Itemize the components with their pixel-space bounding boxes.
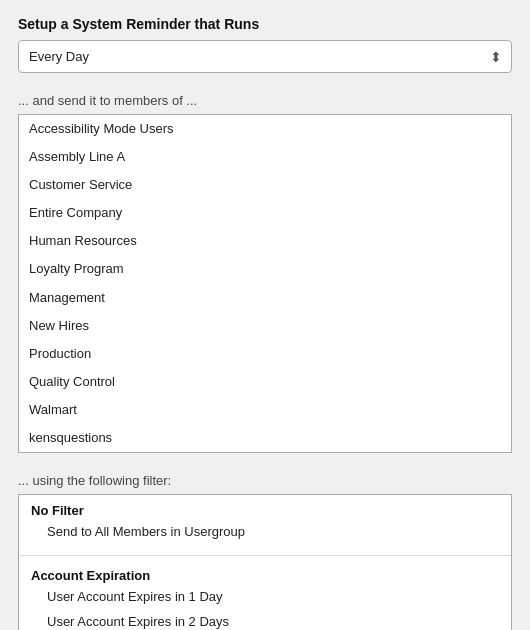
filter-group-no-filter: No Filter Send to All Members in Usergro… <box>19 495 511 551</box>
filter-item[interactable]: Send to All Members in Usergroup <box>31 520 499 545</box>
list-item[interactable]: kensquestions <box>19 424 511 452</box>
account-expiration-title: Account Expiration <box>31 568 499 583</box>
list-item[interactable]: Management <box>19 284 511 312</box>
groups-listbox[interactable]: Accessibility Mode Users Assembly Line A… <box>18 114 512 453</box>
filter-group-account-expiration: Account Expiration User Account Expires … <box>19 560 511 630</box>
filter-item[interactable]: User Account Expires in 2 Days <box>31 610 499 630</box>
send-to-label: ... and send it to members of ... <box>18 93 512 108</box>
list-item[interactable]: Customer Service <box>19 171 511 199</box>
filter-section: No Filter Send to All Members in Usergro… <box>18 494 512 630</box>
filter-item[interactable]: User Account Expires in 1 Day <box>31 585 499 610</box>
list-item[interactable]: Quality Control <box>19 368 511 396</box>
list-item[interactable]: Human Resources <box>19 227 511 255</box>
setup-title: Setup a System Reminder that Runs <box>18 16 512 32</box>
list-item[interactable]: Production <box>19 340 511 368</box>
filter-label: ... using the following filter: <box>18 473 512 488</box>
list-item[interactable]: Assembly Line A <box>19 143 511 171</box>
page-container: Setup a System Reminder that Runs Every … <box>0 0 530 630</box>
list-item[interactable]: Entire Company <box>19 199 511 227</box>
divider <box>19 555 511 556</box>
list-item[interactable]: Accessibility Mode Users <box>19 115 511 143</box>
list-item[interactable]: Loyalty Program <box>19 255 511 283</box>
list-item[interactable]: Walmart <box>19 396 511 424</box>
list-item[interactable]: New Hires <box>19 312 511 340</box>
frequency-select-wrapper: Every Day Every Week Every Month ⬍ <box>18 40 512 73</box>
no-filter-title: No Filter <box>31 503 499 518</box>
frequency-select[interactable]: Every Day Every Week Every Month <box>18 40 512 73</box>
